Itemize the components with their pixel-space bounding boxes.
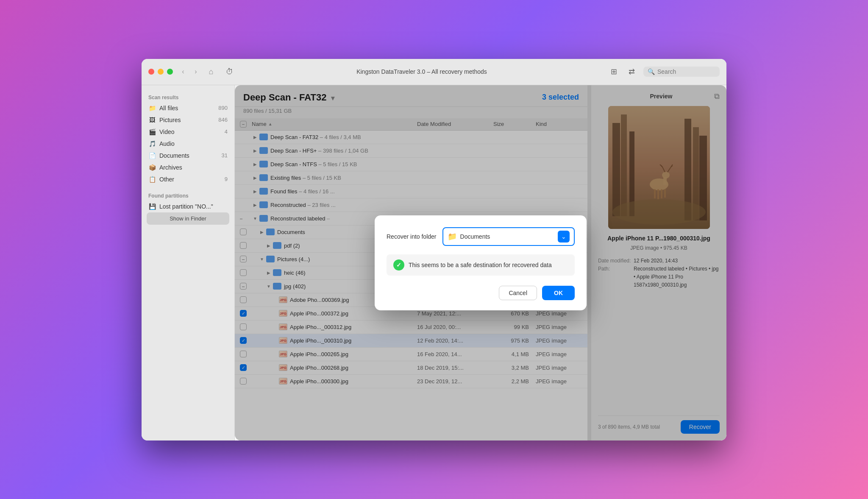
modal-safe-message: ✓ This seems to be a safe destination fo… [387,254,575,276]
titlebar: ‹ › ⌂ ⏱ Kingston DataTraveler 3.0 – All … [142,59,726,85]
traffic-lights [148,69,173,75]
sidebar-label-audio: Audio [159,140,224,147]
sidebar-count-documents: 31 [222,152,228,159]
modal-safe-icon: ✓ [393,259,404,270]
sidebar-label-archives: Archives [159,164,224,171]
search-input[interactable] [657,68,708,75]
sidebar-item-pictures[interactable]: 🖼 Pictures 846 [142,114,234,126]
minimize-button[interactable] [158,69,164,75]
back-button[interactable]: ‹ [178,67,188,77]
modal-safe-text: This seems to be a safe destination for … [409,262,552,268]
sidebar-label-lost-partition: Lost partition "NO..." [159,203,228,210]
chevron-down-icon: ⌄ [561,233,566,240]
sidebar-item-other[interactable]: 📋 Other 9 [142,173,234,185]
audio-icon: 🎵 [148,140,156,148]
scan-results-label: Scan results [142,92,234,102]
home-button[interactable]: ⌂ [205,66,217,78]
modal-recover-label: Recover into folder [387,233,437,240]
modal-ok-button[interactable]: OK [542,286,575,300]
sidebar-label-pictures: Pictures [159,117,215,123]
sidebar-label-all-files: All files [159,105,215,112]
sidebar-item-archives[interactable]: 📦 Archives [142,162,234,173]
view-toggle-button[interactable]: ⊞ [608,66,620,78]
search-bar[interactable]: 🔍 [643,67,720,77]
search-icon: 🔍 [648,68,655,75]
toolbar-actions: ⊞ ⇄ 🔍 [608,66,720,78]
share-button[interactable]: ⇄ [626,66,637,78]
other-icon: 📋 [148,176,156,183]
archives-icon: 📦 [148,164,156,171]
modal-folder-icon: 📁 [448,232,457,241]
sidebar-item-audio[interactable]: 🎵 Audio [142,138,234,150]
modal-buttons: Cancel OK [387,286,575,300]
sidebar-count-pictures: 846 [218,117,228,123]
modal-folder-name: Documents [460,233,554,240]
modal-dropdown-button[interactable]: ⌄ [558,231,570,243]
sidebar-label-other: Other [159,176,221,183]
sidebar-label-video: Video [159,128,221,135]
sidebar-item-video[interactable]: 🎬 Video 4 [142,126,234,138]
found-partitions-label: Found partitions [142,190,234,201]
modal-folder-selector[interactable]: 📁 Documents ⌄ [442,227,575,246]
sidebar-item-lost-partition[interactable]: 💾 Lost partition "NO..." [142,201,234,212]
sidebar-label-documents: Documents [159,152,218,159]
video-icon: 🎬 [148,128,156,136]
content-wrapper: Deep Scan - FAT32 ▾ 3 selected 890 files… [235,85,726,440]
documents-icon: 📄 [148,152,156,159]
show-in-finder-button[interactable]: Show in Finder [147,212,229,225]
modal-overlay: Recover into folder 📁 Documents ⌄ ✓ This… [235,85,726,440]
partition-icon: 💾 [148,203,156,210]
sidebar: Scan results 📁 All files 890 🖼 Pictures … [142,85,235,440]
sidebar-item-all-files[interactable]: 📁 All files 890 [142,102,234,114]
modal-folder-row: Recover into folder 📁 Documents ⌄ [387,227,575,246]
pictures-icon: 🖼 [148,116,156,124]
sidebar-count-video: 4 [225,128,228,135]
history-button[interactable]: ⏱ [224,66,236,78]
maximize-button[interactable] [167,69,173,75]
close-button[interactable] [148,69,154,75]
sidebar-count-all-files: 890 [218,105,228,111]
sidebar-item-documents[interactable]: 📄 Documents 31 [142,150,234,162]
sidebar-count-other: 9 [225,176,228,182]
modal-cancel-button[interactable]: Cancel [499,286,537,300]
all-files-icon: 📁 [148,104,156,112]
window-title: Kingston DataTraveler 3.0 – All recovery… [236,68,608,75]
forward-button[interactable]: › [191,67,201,77]
nav-arrows: ‹ › [178,67,201,77]
recover-modal: Recover into folder 📁 Documents ⌄ ✓ This… [375,215,587,310]
main-content: Scan results 📁 All files 890 🖼 Pictures … [142,85,726,440]
